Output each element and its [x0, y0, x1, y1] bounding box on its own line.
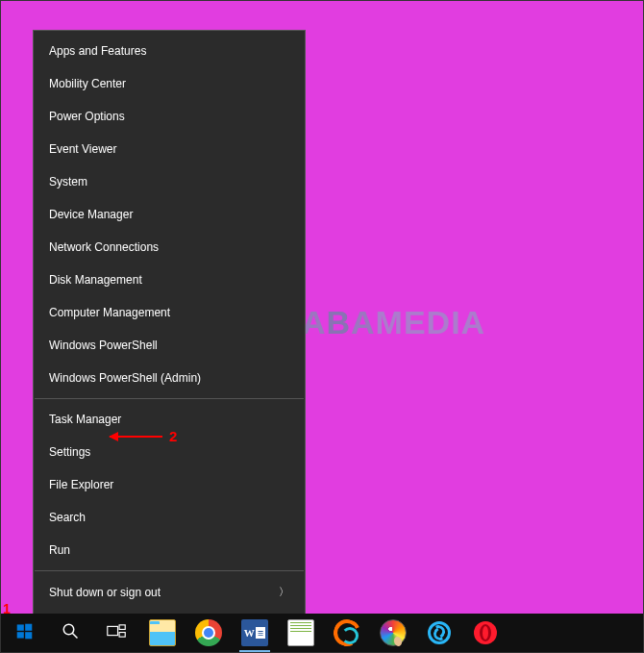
menu-label: Settings	[49, 445, 90, 459]
winx-context-menu: Apps and Features Mobility Center Power …	[33, 30, 306, 646]
annotation-arrow-icon	[110, 436, 162, 438]
search-button[interactable]	[47, 614, 93, 652]
chrome-icon	[195, 619, 222, 646]
menu-item-windows-powershell[interactable]: Windows PowerShell	[34, 329, 305, 362]
opera-icon	[474, 621, 497, 644]
menu-item-shut-down-or-sign-out[interactable]: Shut down or sign out 〉	[34, 575, 305, 609]
svg-rect-1	[25, 623, 32, 630]
menu-label: Windows PowerShell	[49, 339, 158, 352]
chrome-app[interactable]	[186, 614, 232, 652]
menu-label: Disk Management	[49, 273, 142, 287]
menu-label: Device Manager	[49, 208, 133, 221]
menu-item-windows-powershell-admin[interactable]: Windows PowerShell (Admin)	[34, 362, 305, 394]
svg-rect-8	[119, 633, 125, 638]
menu-item-search[interactable]: Search	[34, 501, 305, 534]
octave-icon	[334, 619, 360, 646]
menu-label: Power Options	[49, 110, 125, 123]
menu-item-network-connections[interactable]: Network Connections	[34, 231, 305, 264]
menu-item-power-options[interactable]: Power Options	[34, 100, 305, 133]
menu-label: Windows PowerShell (Admin)	[49, 371, 201, 385]
notepadpp-icon	[287, 619, 314, 646]
svg-rect-7	[119, 625, 125, 630]
annotation-label-1: 1	[3, 601, 11, 616]
folder-icon	[149, 619, 176, 646]
menu-separator	[35, 570, 304, 571]
task-view-icon	[107, 623, 126, 642]
menu-item-mobility-center[interactable]: Mobility Center	[34, 67, 305, 100]
menu-item-disk-management[interactable]: Disk Management	[34, 264, 305, 296]
windows-logo-icon	[16, 623, 33, 643]
menu-item-apps-and-features[interactable]: Apps and Features	[34, 35, 305, 67]
chevron-right-icon: 〉	[279, 585, 289, 599]
notepadpp-app[interactable]	[278, 614, 324, 652]
word-app[interactable]: W≡	[232, 614, 278, 652]
menu-label: Network Connections	[49, 240, 159, 254]
svg-rect-0	[16, 624, 23, 630]
menu-item-run[interactable]: Run	[34, 534, 305, 566]
menu-item-event-viewer[interactable]: Event Viewer	[34, 133, 305, 165]
annotation-label-2: 2	[169, 428, 177, 444]
taskbar: W≡	[1, 614, 643, 652]
paint-app[interactable]	[370, 614, 416, 652]
menu-label: Search	[49, 511, 86, 524]
menu-label: File Explorer	[49, 478, 113, 491]
active-indicator	[239, 650, 270, 652]
menu-label: Mobility Center	[49, 77, 126, 90]
svg-rect-3	[25, 632, 32, 639]
menu-item-computer-management[interactable]: Computer Management	[34, 296, 305, 329]
menu-separator	[35, 398, 304, 399]
task-view-button[interactable]	[93, 614, 139, 652]
paint-icon	[380, 619, 407, 646]
search-icon	[62, 622, 79, 643]
start-button[interactable]	[1, 614, 47, 652]
menu-label: Computer Management	[49, 306, 170, 319]
menu-label: Run	[49, 543, 70, 557]
svg-line-5	[72, 633, 77, 638]
opera-app[interactable]	[462, 614, 508, 652]
menu-item-device-manager[interactable]: Device Manager	[34, 198, 305, 231]
menu-label: Task Manager	[49, 413, 121, 426]
menu-label: Apps and Features	[49, 44, 146, 58]
sync-icon	[428, 621, 451, 644]
menu-item-file-explorer[interactable]: File Explorer	[34, 468, 305, 501]
menu-item-system[interactable]: System	[34, 165, 305, 198]
word-icon: W≡	[241, 619, 268, 646]
svg-point-4	[63, 624, 74, 635]
svg-rect-6	[108, 626, 118, 635]
menu-label: Shut down or sign out	[49, 586, 161, 599]
octave-app[interactable]	[324, 614, 370, 652]
menu-label: Event Viewer	[49, 142, 116, 156]
file-explorer-app[interactable]	[139, 614, 186, 652]
menu-label: System	[49, 175, 87, 188]
svg-rect-2	[16, 632, 23, 638]
sync-app[interactable]	[416, 614, 462, 652]
desktop-background: NESABAMEDIA Apps and Features Mobility C…	[1, 1, 643, 615]
